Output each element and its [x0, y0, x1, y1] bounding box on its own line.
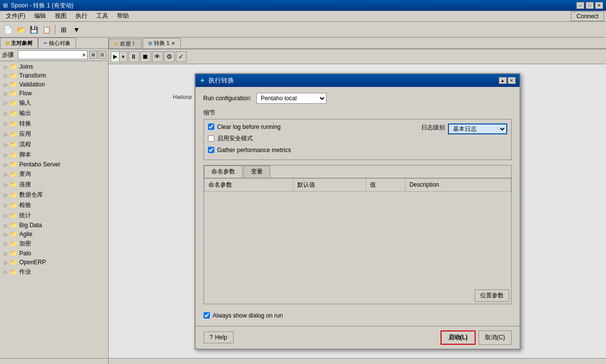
list-item[interactable]: ▷ 📁 Flow	[0, 89, 108, 98]
start-button[interactable]: 启动(L)	[441, 330, 476, 345]
perf-metrics-checkbox[interactable]	[208, 147, 214, 153]
pause-button[interactable]: ⏸	[128, 51, 139, 62]
tab-welcome[interactable]: ⊞ 欢迎！	[109, 39, 142, 48]
search-input[interactable]	[18, 52, 81, 58]
preview-button[interactable]: 👁	[152, 51, 163, 62]
tab-core-icon: ✏	[43, 40, 47, 46]
list-item[interactable]: ▷ 📁 连接	[0, 179, 108, 190]
list-item[interactable]: ▷ 📁 流程	[0, 139, 108, 150]
log-level-dropdown[interactable]: 基本日志	[448, 123, 507, 134]
table-row	[204, 241, 511, 250]
canvas-bottom-scroll[interactable]	[109, 358, 606, 364]
title-minimize-btn[interactable]: ─	[576, 2, 584, 9]
toolbar-save-btn[interactable]: 💾	[28, 24, 40, 36]
canvas-area[interactable]: Hadoop ✦ 执行转换 ▲ ✕	[109, 64, 606, 358]
col-header-value: 值	[365, 178, 405, 191]
details-section: 细节 Clear log before running	[203, 109, 512, 160]
params-tab-variables[interactable]: 变量	[243, 165, 270, 178]
menu-run[interactable]: 执行	[72, 11, 91, 21]
left-bottom-scroll[interactable]	[0, 358, 108, 364]
toolbar-saveas-btn[interactable]: 📋	[40, 24, 52, 36]
stop-button[interactable]: ⏹	[140, 51, 151, 62]
play-button[interactable]: ▶ ▼	[111, 51, 127, 62]
log-level-select[interactable]: 基本日志	[448, 123, 507, 134]
play-main-icon[interactable]: ▶	[111, 52, 120, 62]
expand-icon: ▷	[4, 131, 8, 137]
content-tabs: ⊞ 欢迎！ ⊞ 转换 1 ✕	[109, 38, 606, 49]
table-row	[204, 221, 511, 231]
dialog-close-icon[interactable]: ✕	[508, 77, 516, 84]
list-item[interactable]: ▷ 📁 应用	[0, 129, 108, 139]
connect-button[interactable]: Connect	[571, 11, 604, 21]
list-item[interactable]: ▷ 📁 Big Data	[0, 221, 108, 230]
menu-file[interactable]: 文件(F)	[2, 11, 29, 21]
list-item[interactable]: ▷ 📁 Agile	[0, 230, 108, 239]
list-item[interactable]: ▷ 📁 作业	[0, 267, 108, 277]
clear-log-label[interactable]: Clear log before running	[217, 123, 281, 130]
list-item[interactable]: ▷ 📁 Joins	[0, 62, 108, 71]
params-tab-named[interactable]: 命名参数	[204, 165, 242, 178]
list-item[interactable]: ▷ 📁 Validation	[0, 80, 108, 89]
tab-core-objects[interactable]: ✏ 核心对象	[38, 38, 76, 48]
run-config-select[interactable]: Pentaho local	[256, 93, 326, 104]
folder-icon: 📁	[10, 192, 17, 199]
window-title: Spoon - 转换 1 (有变动)	[11, 1, 74, 10]
list-item[interactable]: ▷ 📁 检验	[0, 200, 108, 210]
list-item[interactable]: ▷ 📁 转换	[0, 119, 108, 129]
cancel-button[interactable]: 取消(C)	[479, 330, 512, 345]
toolbar-new-btn[interactable]: 📄	[2, 24, 14, 36]
always-show-label[interactable]: Always show dialog on run	[213, 312, 283, 319]
list-item[interactable]: ▷ 📁 统计	[0, 210, 108, 221]
tab-main-objects[interactable]: ⊞ 主对象树	[0, 38, 38, 48]
perf-metrics-label[interactable]: Gather performance metrics	[217, 147, 291, 154]
menu-help[interactable]: 帮助	[113, 11, 133, 21]
clear-log-checkbox[interactable]	[208, 123, 214, 130]
expand-icon: ▷	[4, 260, 8, 265]
list-item[interactable]: ▷ 📁 Transform	[0, 71, 108, 80]
params-section: 命名参数 变量 命名参数 默认值 值	[203, 165, 512, 304]
toolbar-dropdown-btn[interactable]: ▼	[71, 24, 82, 36]
list-item[interactable]: ▷ 📁 脚本	[0, 150, 108, 160]
transform-tab-label: 转换 1	[154, 40, 169, 47]
help-button[interactable]: ? Help	[203, 331, 234, 343]
list-item[interactable]: ▷ 📁 输入	[0, 98, 108, 108]
list-item[interactable]: ▷ 📁 查询	[0, 169, 108, 179]
safe-mode-checkbox[interactable]	[208, 135, 214, 142]
dialog-title-controls[interactable]: ▲ ✕	[499, 77, 516, 84]
title-bar-controls[interactable]: ─ □ ✕	[576, 2, 603, 9]
menu-edit[interactable]: 编辑	[30, 11, 50, 21]
list-item[interactable]: ▷ 📁 Pentaho Server	[0, 160, 108, 169]
folder-icon: 📁	[10, 121, 17, 127]
settings-button[interactable]: ⚙	[164, 51, 175, 62]
menu-view[interactable]: 视图	[51, 11, 71, 21]
always-show-checkbox[interactable]	[203, 312, 210, 319]
menu-tools[interactable]: 工具	[92, 11, 112, 21]
list-item[interactable]: ▷ 📁 输出	[0, 108, 108, 119]
check-button[interactable]: ✓	[176, 51, 187, 62]
toolbar-layers-btn[interactable]: ⊞	[58, 24, 70, 36]
title-maximize-btn[interactable]: □	[586, 2, 594, 9]
expand-icon: ▷	[4, 162, 8, 167]
tree-expand-icon[interactable]: ⊞	[89, 51, 97, 59]
search-clear-icon[interactable]: ✕	[81, 52, 87, 58]
expand-icon: ▷	[4, 171, 8, 177]
tree-collapse-icon[interactable]: ⊟	[98, 51, 106, 59]
details-label: 细节	[203, 109, 512, 117]
list-item[interactable]: ▷ 📁 数据仓库	[0, 190, 108, 200]
toolbar-open-btn[interactable]: 📂	[15, 24, 27, 36]
safe-mode-label[interactable]: 启用安全模式	[217, 134, 253, 143]
title-bar-left: ⊞ Spoon - 转换 1 (有变动)	[3, 1, 74, 10]
transform-tab-close-icon[interactable]: ✕	[171, 41, 175, 46]
folder-icon: 📁	[10, 241, 17, 247]
title-close-btn[interactable]: ✕	[595, 2, 603, 9]
list-item[interactable]: ▷ 📁 Palo	[0, 249, 108, 258]
tab-transform1[interactable]: ⊞ 转换 1 ✕	[143, 38, 181, 48]
dialog-body: Run configuration: Pentaho local 细节	[196, 87, 520, 326]
list-item[interactable]: ▷ 📁 加密	[0, 239, 108, 249]
expand-icon: ▷	[4, 111, 8, 116]
run-config-dropdown[interactable]: Pentaho local	[257, 94, 326, 102]
position-params-button[interactable]: 位置参数	[475, 289, 509, 302]
list-item[interactable]: ▷ 📁 OpenERP	[0, 258, 108, 267]
play-dropdown-icon[interactable]: ▼	[120, 52, 127, 62]
dialog-up-icon[interactable]: ▲	[499, 77, 507, 84]
